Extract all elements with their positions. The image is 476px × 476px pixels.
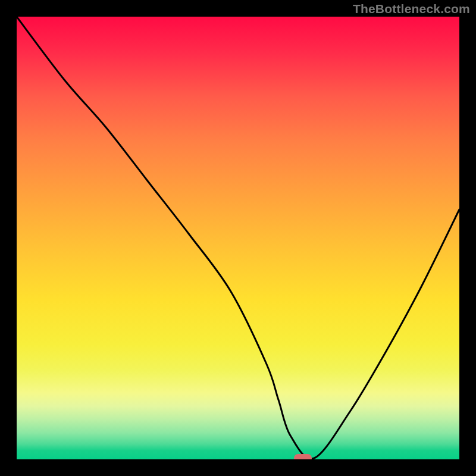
curve-layer — [17, 17, 459, 459]
optimal-point-marker — [294, 454, 312, 459]
watermark-text: TheBottleneck.com — [353, 2, 470, 16]
plot-area — [17, 17, 459, 459]
figure: TheBottleneck.com — [0, 0, 476, 476]
bottleneck-curve — [17, 17, 459, 459]
